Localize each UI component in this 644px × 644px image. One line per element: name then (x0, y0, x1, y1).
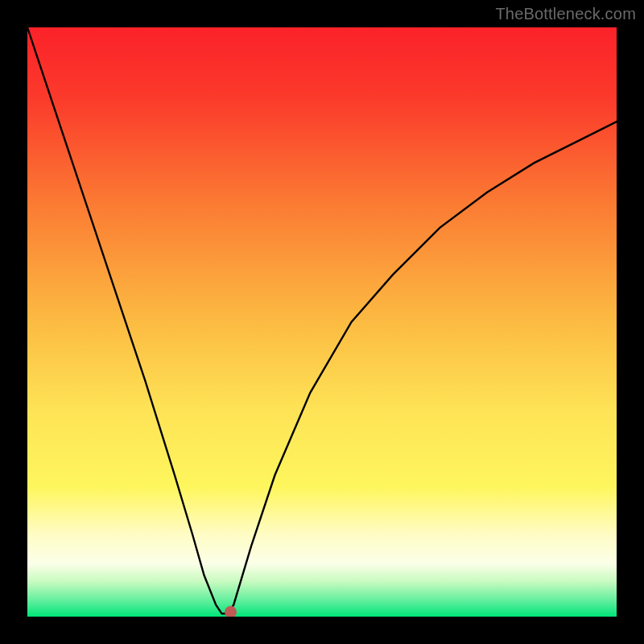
gradient-background (27, 27, 617, 617)
chart-plot (27, 27, 617, 617)
chart-frame: TheBottleneck.com (0, 0, 644, 644)
watermark-text: TheBottleneck.com (495, 5, 636, 23)
